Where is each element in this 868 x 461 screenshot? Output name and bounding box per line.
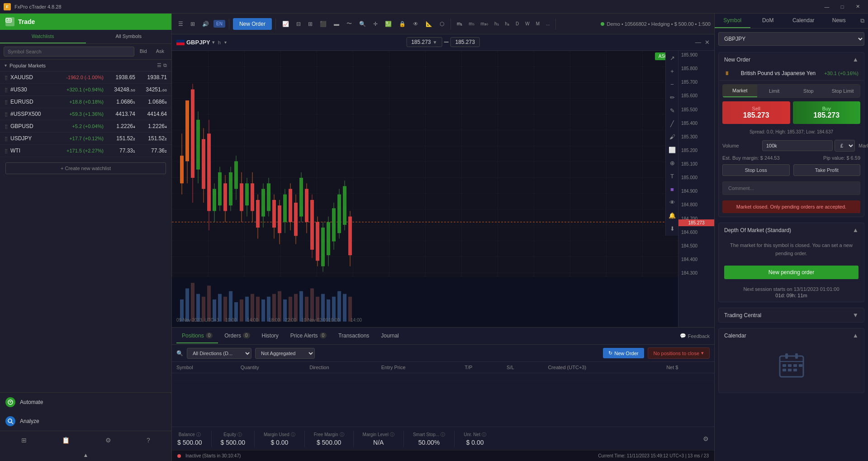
comment-input[interactable] — [722, 181, 860, 195]
brush-tool[interactable]: 🖌 — [666, 130, 678, 143]
minimize-button[interactable]: — — [820, 2, 834, 11]
indicator-btn[interactable]: 〜 — [344, 18, 355, 29]
tab-orders[interactable]: Orders 0 — [219, 329, 255, 343]
take-profit-button[interactable]: Take Profit — [793, 164, 861, 176]
market-open-btn[interactable]: ⧉ — [163, 62, 167, 68]
zoom-in-tool[interactable]: + — [666, 65, 678, 77]
collapse-new-order-btn[interactable]: ▲ — [853, 56, 859, 63]
close-button[interactable]: ✕ — [851, 2, 864, 11]
new-order-header[interactable]: New Order ▲ — [719, 52, 864, 67]
tab-journal[interactable]: Journal — [375, 329, 404, 343]
currency-select[interactable]: £ — [835, 140, 855, 152]
search-chart-btn[interactable]: 🔍 — [356, 19, 369, 29]
hamburger-btn[interactable]: ☰ — [175, 19, 186, 29]
right-panel-popout-btn[interactable]: ⧉ — [857, 14, 868, 28]
create-watchlist-button[interactable]: + Create new watchlist — [5, 162, 166, 174]
candle-btn[interactable]: ▬ — [331, 19, 342, 29]
pencil-tool[interactable]: ✎ — [666, 104, 678, 117]
cursor-tool[interactable]: ↗ — [666, 52, 678, 64]
sidebar-action-2[interactable]: 📋 — [59, 435, 72, 446]
sidebar-action-3[interactable]: ⚙ — [103, 435, 114, 446]
zoom-out-tool[interactable]: − — [666, 78, 678, 90]
tab-dom[interactable]: DoM — [750, 14, 786, 28]
feedback-button[interactable]: 💬 Feedback — [680, 333, 710, 339]
search-input[interactable] — [4, 47, 134, 57]
scroll-down-tool[interactable]: ⬇ — [666, 222, 678, 235]
chart-close-btn[interactable]: ✕ — [705, 39, 710, 46]
expand-calendar-btn[interactable]: ▲ — [853, 332, 859, 339]
order-type-market[interactable]: Market — [723, 85, 757, 97]
color-picker-tool[interactable]: ■ — [666, 183, 678, 195]
list-item[interactable]: ⣿ #US30 +320.1 (+0.94%) 34248.₅₀ 34251.₀… — [0, 84, 171, 96]
trading-central-header[interactable]: Trading Central ▼ — [719, 308, 864, 322]
expand-trading-central-btn[interactable]: ▼ — [853, 312, 859, 318]
analyze-item[interactable]: Analyze — [0, 412, 171, 431]
tab-price-alerts[interactable]: Price Alerts 0 — [285, 329, 332, 343]
scroll-up-button[interactable]: ▲ — [81, 450, 91, 460]
tab-news[interactable]: News — [821, 14, 857, 28]
account-btn[interactable]: EN — [213, 20, 225, 28]
bar-chart-btn[interactable]: ⬛ — [317, 19, 329, 29]
list-item[interactable]: ⣿ USDJPY +17.7 (+0.12%) 151.52₂ 151.52₂ — [0, 133, 171, 145]
sidebar-action-1[interactable]: ⊞ — [19, 435, 29, 446]
info-icon[interactable]: ⓘ — [390, 432, 394, 438]
list-item[interactable]: ⣿ XAUUSD -1962.0 (-1.00%) 1938.65 1938.7… — [0, 71, 171, 84]
chart-view-btn[interactable]: ⊟ — [294, 19, 304, 29]
layers-btn[interactable]: ⬡ — [437, 19, 447, 29]
tab-history[interactable]: History — [256, 329, 284, 343]
new-pending-order-button[interactable]: New pending order — [724, 266, 859, 279]
stop-loss-button[interactable]: Stop Loss — [722, 164, 790, 176]
grid-btn[interactable]: ⊞ — [305, 19, 315, 29]
expand-icon[interactable]: ▾ — [5, 63, 7, 68]
pen-tool[interactable]: ✏ — [666, 91, 678, 104]
list-item[interactable]: ⣿ GBPUSD +5.2 (+0.04%) 1.2226₄ 1.2226₄ — [0, 120, 171, 133]
direction-select[interactable]: All Directions (D... — [187, 348, 251, 359]
audio-btn[interactable]: 🔊 — [199, 19, 212, 29]
eye-btn[interactable]: 👁 — [410, 19, 421, 29]
eye-tool[interactable]: 👁 — [666, 196, 678, 209]
time-m5-btn[interactable]: m₅ — [466, 20, 476, 28]
rect-tool[interactable]: ⬜ — [666, 143, 678, 156]
new-order-positions-button[interactable]: ↻ New Order — [603, 348, 644, 358]
sidebar-action-4[interactable]: ? — [144, 435, 153, 446]
trade-on-chart-btn[interactable]: 💹 — [382, 19, 394, 29]
calendar-header[interactable]: Calendar ▲ — [719, 328, 864, 342]
time-more-btn[interactable]: ... — [544, 20, 552, 28]
list-item[interactable]: ⣿ WTI +171.5 (+2.27%) 77.33₁ 77.36₂ — [0, 145, 171, 157]
chart-minimize-btn[interactable]: — — [695, 39, 701, 46]
sell-button[interactable]: Sell 185.273 — [722, 101, 790, 124]
tab-transactions[interactable]: Transactions — [333, 329, 375, 343]
lock-btn[interactable]: 🔒 — [396, 19, 408, 29]
symbol-dropdown[interactable]: GBPJPY — [718, 32, 864, 46]
chart-type-btn[interactable]: 📈 — [280, 19, 292, 29]
crosshair-tool[interactable]: ⊕ — [666, 157, 678, 169]
time-M-btn[interactable]: M — [534, 20, 542, 28]
list-item[interactable]: ⣿ #USSPX500 +59.3 (+1.36%) 4413.74 4414.… — [0, 108, 171, 120]
info-icon[interactable]: ⓘ — [340, 432, 344, 438]
info-icon[interactable]: ⓘ — [441, 432, 445, 438]
line-tool[interactable]: ╱ — [666, 117, 678, 130]
time-h4-btn[interactable]: h₄ — [503, 20, 512, 28]
automate-item[interactable]: Automate — [0, 393, 171, 412]
tab-positions[interactable]: Positions 0 — [176, 329, 218, 343]
info-icon[interactable]: ⓘ — [237, 432, 242, 438]
info-icon[interactable]: ⓘ — [482, 432, 486, 438]
tab-watchlists[interactable]: Watchlists — [0, 30, 86, 43]
tab-all-symbols[interactable]: All Symbols — [86, 30, 172, 43]
tab-calendar[interactable]: Calendar — [786, 14, 821, 28]
time-D-btn[interactable]: D — [513, 20, 521, 28]
maximize-button[interactable]: □ — [835, 2, 849, 11]
market-list-view-btn[interactable]: ☰ — [157, 62, 161, 68]
collapse-dom-btn[interactable]: ▲ — [853, 227, 859, 233]
text-tool[interactable]: T — [666, 170, 678, 182]
time-W-btn[interactable]: W — [523, 20, 531, 28]
layout-btn[interactable]: ⊞ — [188, 19, 198, 29]
volume-input[interactable] — [762, 140, 833, 151]
order-type-limit[interactable]: Limit — [757, 85, 792, 97]
pip-btn[interactable]: 📐 — [423, 19, 435, 29]
footer-settings-button[interactable]: ⚙ — [703, 435, 709, 442]
crosshair-btn[interactable]: ✛ — [370, 19, 380, 29]
time-h1-btn[interactable]: h₁ — [492, 20, 501, 28]
info-icon[interactable]: ⓘ — [196, 432, 201, 438]
no-positions-close-button[interactable]: No positions to close ▾ — [648, 347, 710, 359]
